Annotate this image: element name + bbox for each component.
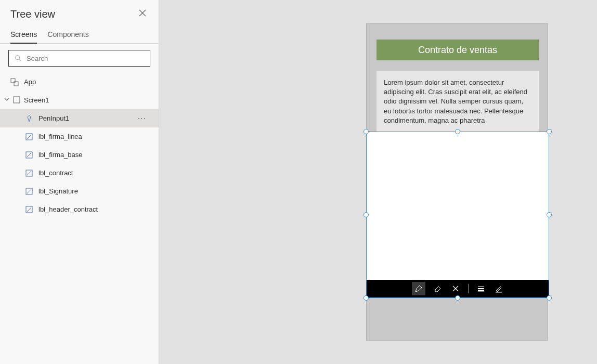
svg-rect-2 [11, 79, 15, 83]
pen-color-icon[interactable] [494, 283, 504, 294]
tab-screens[interactable]: Screens [10, 26, 37, 44]
search-icon [14, 54, 22, 62]
pen-icon [25, 114, 33, 123]
tree-item-label: lbl_contract [38, 169, 73, 177]
tree-item-lbl-firma-base[interactable]: lbl_firma_base [0, 146, 159, 164]
peninput-selection[interactable] [366, 132, 549, 298]
tree-item-peninput1[interactable]: PenInput1 ··· [0, 109, 159, 127]
resize-handle-sw[interactable] [364, 295, 369, 301]
more-icon[interactable]: ··· [138, 114, 146, 123]
canvas-area[interactable]: Contrato de ventas Lorem ipsum dolor sit… [159, 0, 597, 364]
tree-list: App Screen1 PenInput1 ··· lbl_firma_line… [0, 71, 159, 218]
close-icon[interactable] [137, 7, 148, 21]
resize-handle-s[interactable] [455, 295, 460, 301]
tree-view-panel: Tree view Screens Components App [0, 0, 159, 364]
search-input[interactable] [27, 55, 145, 62]
pen-erase-icon[interactable] [433, 283, 443, 294]
label-icon [25, 133, 33, 141]
label-icon [25, 151, 33, 159]
label-icon [25, 187, 33, 196]
app-icon [10, 78, 19, 86]
tree-item-label: Screen1 [24, 96, 49, 104]
tree-view-title: Tree view [10, 8, 55, 20]
resize-handle-e[interactable] [547, 212, 552, 217]
tree-item-lbl-contract[interactable]: lbl_contract [0, 164, 159, 182]
tree-item-lbl-firma-linea[interactable]: lbl_firma_linea [0, 127, 159, 146]
pen-width-icon[interactable] [476, 283, 486, 294]
toolbar-separator [468, 284, 469, 293]
resize-handle-nw[interactable] [364, 129, 369, 134]
resize-handle-se[interactable] [547, 295, 552, 301]
label-icon [25, 169, 33, 177]
tab-components[interactable]: Components [47, 26, 88, 43]
tree-item-label: PenInput1 [38, 114, 69, 122]
tree-item-lbl-signature[interactable]: lbl_Signature [0, 182, 159, 200]
tree-item-label: lbl_header_contract [38, 205, 98, 213]
pen-clear-icon[interactable] [450, 283, 461, 294]
chevron-down-icon[interactable] [4, 97, 9, 103]
tree-item-lbl-header-contract[interactable]: lbl_header_contract [0, 200, 159, 218]
tree-item-screen1[interactable]: Screen1 [0, 91, 159, 109]
screen-icon [12, 96, 21, 104]
tree-item-app[interactable]: App [0, 73, 159, 91]
svg-rect-3 [14, 82, 18, 86]
svg-point-0 [16, 56, 20, 60]
tree-item-label: lbl_firma_base [38, 151, 83, 159]
pen-input-canvas[interactable] [367, 132, 549, 281]
tree-tabs: Screens Components [0, 26, 159, 44]
label-icon [25, 205, 33, 214]
search-box[interactable] [8, 50, 150, 67]
svg-rect-4 [14, 97, 20, 103]
tree-item-label: lbl_firma_linea [38, 133, 82, 140]
tree-item-label: lbl_Signature [38, 187, 78, 195]
pen-toolbar [367, 280, 549, 297]
pen-draw-icon[interactable] [412, 282, 425, 295]
resize-handle-w[interactable] [364, 212, 369, 217]
svg-line-1 [19, 59, 21, 61]
resize-handle-n[interactable] [455, 129, 460, 134]
contract-header: Contrato de ventas [377, 40, 539, 60]
resize-handle-ne[interactable] [547, 129, 552, 134]
tree-item-label: App [24, 78, 36, 86]
